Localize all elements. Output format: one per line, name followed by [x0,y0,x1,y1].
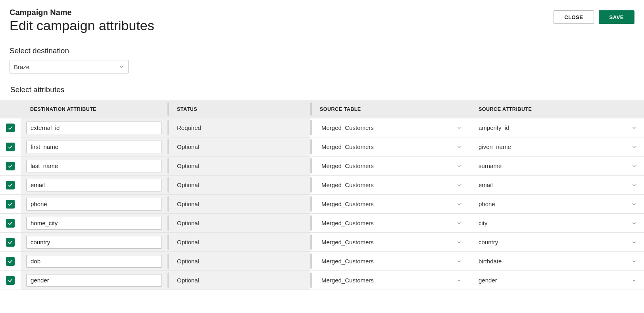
source-attribute-select[interactable]: phone [479,195,637,213]
source-attribute-cell: country [469,233,644,251]
table-row: RequiredMerged_Customersamperity_id [0,118,644,137]
source-table-value: Merged_Customers [321,182,374,188]
status-cell: Optional [167,214,310,232]
source-attribute-select[interactable]: given_name [479,137,637,156]
source-attribute-value: gender [479,277,497,284]
destination-attribute-input[interactable] [26,160,162,172]
source-table-select[interactable]: Merged_Customers [321,137,462,156]
source-table-select[interactable]: Merged_Customers [321,252,462,270]
source-table-select[interactable]: Merged_Customers [321,176,462,194]
row-checkbox-cell [0,137,21,156]
status-cell: Optional [167,156,310,175]
row-checkbox-cell [0,233,21,251]
row-checkbox[interactable] [6,200,15,209]
destination-attribute-cell [21,118,167,137]
source-table-select[interactable]: Merged_Customers [321,214,462,232]
status-cell: Optional [167,252,310,270]
row-checkbox-cell [0,118,21,137]
source-attribute-value: country [479,239,498,245]
status-cell: Optional [167,195,310,213]
row-checkbox[interactable] [6,257,15,266]
row-checkbox[interactable] [6,238,15,247]
source-attribute-cell: given_name [469,137,644,156]
row-checkbox[interactable] [6,124,15,132]
destination-attribute-input[interactable] [26,141,162,153]
destination-label: Select destination [10,46,634,55]
table-row: OptionalMerged_Customerscity [0,214,644,233]
status-cell: Required [167,118,310,137]
source-attribute-select[interactable]: amperity_id [479,118,637,137]
source-attribute-select[interactable]: birthdate [479,252,637,270]
chevron-down-icon [631,163,637,169]
source-table-value: Merged_Customers [321,220,374,226]
source-table-cell: Merged_Customers [310,195,469,213]
source-attribute-select[interactable]: surname [479,156,637,175]
destination-attribute-input[interactable] [26,122,162,134]
source-attribute-cell: gender [469,271,644,290]
row-checkbox[interactable] [6,219,15,228]
destination-section: Select destination Braze Select attribut… [0,46,644,94]
table-body: RequiredMerged_Customersamperity_idOptio… [0,118,644,290]
destination-attribute-input[interactable] [26,236,162,249]
destination-select[interactable]: Braze [10,60,129,73]
source-attribute-value: city [479,220,488,226]
save-button[interactable]: SAVE [599,10,634,24]
source-table-cell: Merged_Customers [310,137,469,156]
source-table-cell: Merged_Customers [310,156,469,175]
chevron-down-icon [631,220,637,226]
source-attribute-select[interactable]: email [479,176,637,194]
row-checkbox[interactable] [6,181,15,189]
status-cell: Optional [167,137,310,156]
source-table-select[interactable]: Merged_Customers [321,233,462,251]
source-table-value: Merged_Customers [321,277,374,284]
row-checkbox[interactable] [6,162,15,170]
chevron-down-icon [631,240,637,245]
status-cell: Optional [167,233,310,251]
chevron-down-icon [456,278,462,283]
chevron-down-icon [456,259,462,264]
chevron-down-icon [119,64,124,70]
destination-attribute-input[interactable] [26,274,162,287]
source-attribute-value: phone [479,201,495,207]
source-table-cell: Merged_Customers [310,214,469,232]
source-table-cell: Merged_Customers [310,252,469,270]
chevron-down-icon [456,163,462,169]
th-status: STATUS [167,100,310,118]
source-attribute-value: surname [479,162,502,169]
destination-attribute-cell [21,214,167,232]
source-table-value: Merged_Customers [321,124,374,131]
row-checkbox[interactable] [6,143,15,151]
chevron-down-icon [631,144,637,150]
source-attribute-cell: amperity_id [469,118,644,137]
source-attribute-value: email [479,182,493,188]
source-table-value: Merged_Customers [321,239,374,245]
th-destination-attribute: DESTINATION ATTRIBUTE [21,100,167,118]
source-table-select[interactable]: Merged_Customers [321,156,462,175]
source-attribute-cell: city [469,214,644,232]
table-row: OptionalMerged_Customersgender [0,271,644,290]
source-attribute-select[interactable]: gender [479,271,637,290]
chevron-down-icon [456,220,462,226]
chevron-down-icon [631,201,637,207]
source-table-select[interactable]: Merged_Customers [321,118,462,137]
close-button[interactable]: CLOSE [554,10,594,24]
row-checkbox[interactable] [6,276,15,285]
table-header: DESTINATION ATTRIBUTE STATUS SOURCE TABL… [0,100,644,118]
source-table-select[interactable]: Merged_Customers [321,271,462,290]
destination-attribute-cell [21,156,167,175]
source-attribute-select[interactable]: country [479,233,637,251]
source-attribute-value: given_name [479,143,511,150]
page-title: Edit campaign attributes [10,18,154,33]
destination-attribute-input[interactable] [26,255,162,268]
destination-attribute-input[interactable] [26,198,162,211]
source-attribute-select[interactable]: city [479,214,637,232]
source-table-select[interactable]: Merged_Customers [321,195,462,213]
row-checkbox-cell [0,252,21,270]
table-row: OptionalMerged_Customersgiven_name [0,137,644,156]
divider [0,39,644,39]
chevron-down-icon [456,240,462,245]
source-table-value: Merged_Customers [321,201,374,207]
destination-attribute-input[interactable] [26,179,162,191]
destination-attribute-input[interactable] [26,217,162,230]
status-cell: Optional [167,176,310,194]
